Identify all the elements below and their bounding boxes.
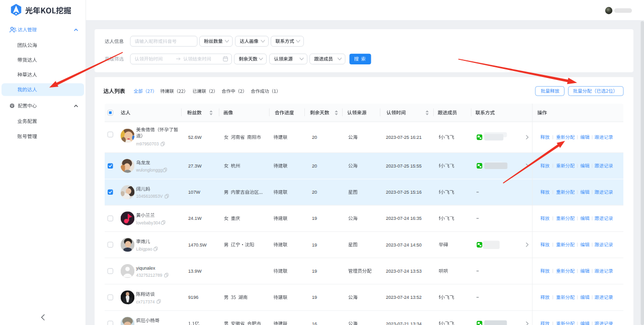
svg-text:1470.5W: 1470.5W <box>188 242 207 248</box>
svg-text:16: 16 <box>312 321 317 325</box>
svg-text:Libigpao: Libigpao <box>136 247 152 252</box>
svg-text:2023-07-24 13:52: 2023-07-24 13:52 <box>386 295 422 300</box>
svg-text:1045610853V: 1045610853V <box>136 194 163 199</box>
svg-text:2023-07-24 13:53: 2023-07-24 13:53 <box>386 269 422 274</box>
svg-text:lovebaby304: lovebaby304 <box>136 220 160 225</box>
svg-text:43275212789: 43275212789 <box>136 273 163 278</box>
svg-text:2023-07-24 14:50: 2023-07-24 14:50 <box>386 242 422 248</box>
svg-text:yiqunalex: yiqunalex <box>136 266 156 271</box>
svg-text:19: 19 <box>312 295 317 300</box>
svg-text:107W: 107W <box>188 190 200 195</box>
svg-text:9196: 9196 <box>188 295 198 300</box>
svg-text:2023-07-25 15:55: 2023-07-25 15:55 <box>386 164 422 169</box>
svg-text:20: 20 <box>312 164 317 169</box>
svg-text:m97950703: m97950703 <box>136 141 159 146</box>
svg-text:19: 19 <box>312 242 317 248</box>
svg-text:20: 20 <box>312 190 317 195</box>
svg-text:cx717374: cx717374 <box>136 299 155 304</box>
svg-text:52.6W: 52.6W <box>188 135 202 140</box>
svg-text:2023-07-21 13:34: 2023-07-21 13:34 <box>386 321 422 325</box>
svg-text:24.1W: 24.1W <box>188 216 202 221</box>
svg-text:19: 19 <box>312 216 317 221</box>
svg-text:19: 19 <box>312 269 317 274</box>
svg-text:2023-07-25 16:21: 2023-07-25 16:21 <box>386 135 422 140</box>
svg-text:wulonglonggg: wulonglonggg <box>136 168 163 173</box>
svg-text:20: 20 <box>312 135 317 140</box>
svg-text:2023-07-25 15:16: 2023-07-25 15:16 <box>386 190 422 195</box>
svg-text:2023-07-24 16:35: 2023-07-24 16:35 <box>386 216 422 221</box>
svg-text:27.3W: 27.3W <box>188 164 202 169</box>
svg-text:13.9W: 13.9W <box>188 269 202 274</box>
